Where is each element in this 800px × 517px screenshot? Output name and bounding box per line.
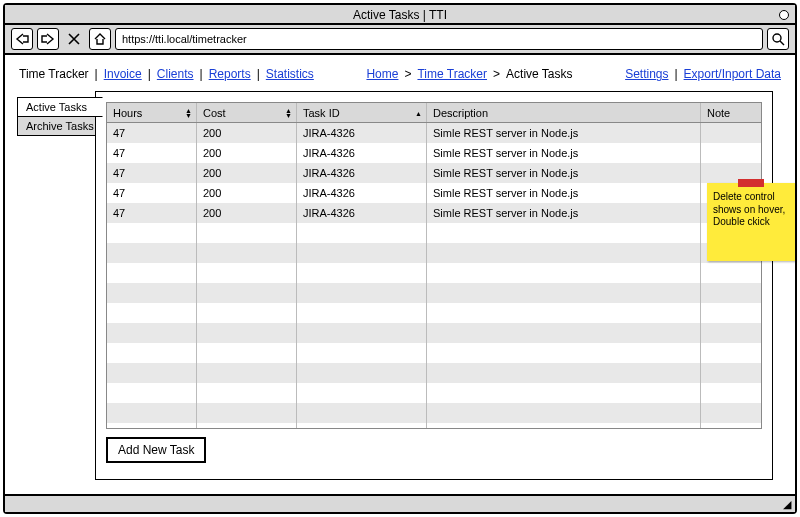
window-titlebar: Active Tasks | TTI — [5, 5, 795, 25]
table-row[interactable]: 47200JIRA-4326Simle REST server in Node.… — [107, 123, 761, 143]
nav-statistics[interactable]: Statistics — [266, 67, 314, 81]
add-new-task-button[interactable]: Add New Task — [106, 437, 206, 463]
cell-hours: 47 — [107, 163, 197, 183]
chevron-right-icon: > — [493, 67, 500, 81]
chevron-right-icon: > — [404, 67, 411, 81]
cell-cost: 200 — [197, 183, 297, 203]
table-body: 47200JIRA-4326Simle REST server in Node.… — [107, 123, 761, 429]
cell-task: JIRA-4326 — [297, 143, 427, 163]
cell-hours: 47 — [107, 183, 197, 203]
crumb-time-tracker[interactable]: Time Tracker — [417, 67, 487, 81]
home-button[interactable] — [89, 28, 111, 50]
table-row-empty — [107, 423, 761, 429]
cell-task: JIRA-4326 — [297, 203, 427, 223]
tasks-table: Hours ▲▼ Cost ▲▼ Task ID ▲ Description — [106, 102, 762, 429]
cell-hours: 47 — [107, 203, 197, 223]
forward-button[interactable] — [37, 28, 59, 50]
table-header: Hours ▲▼ Cost ▲▼ Task ID ▲ Description — [107, 103, 761, 123]
cell-task: JIRA-4326 — [297, 183, 427, 203]
cell-cost: 200 — [197, 143, 297, 163]
nav-time-tracker[interactable]: Time Tracker — [19, 67, 89, 81]
browser-window: Active Tasks | TTI https://tti.local/tim… — [3, 3, 797, 514]
svg-point-0 — [773, 34, 781, 42]
x-icon — [67, 32, 81, 46]
window-control-icon[interactable] — [779, 10, 789, 20]
cell-task: JIRA-4326 — [297, 163, 427, 183]
sticky-note-text: Delete control shows on hover, Double ck… — [713, 191, 785, 227]
stop-button[interactable] — [63, 28, 85, 50]
url-bar[interactable]: https://tti.local/timetracker — [115, 28, 763, 50]
table-row-empty — [107, 363, 761, 383]
crumb-home[interactable]: Home — [366, 67, 398, 81]
status-bar: ◢ — [5, 494, 795, 512]
search-button[interactable] — [767, 28, 789, 50]
cell-cost: 200 — [197, 123, 297, 143]
sticky-note: Delete control shows on hover, Double ck… — [707, 183, 795, 261]
cell-cost: 200 — [197, 163, 297, 183]
crumb-active-tasks: Active Tasks — [506, 67, 572, 81]
url-text: https://tti.local/timetracker — [122, 33, 247, 45]
col-task-id[interactable]: Task ID ▲ — [297, 103, 427, 122]
sort-icon[interactable]: ▲▼ — [285, 108, 292, 118]
sort-icon[interactable]: ▲▼ — [185, 108, 192, 118]
table-row-empty — [107, 303, 761, 323]
col-cost[interactable]: Cost ▲▼ — [197, 103, 297, 122]
cell-hours: 47 — [107, 123, 197, 143]
table-row-empty — [107, 243, 761, 263]
table-row[interactable]: 47200JIRA-4326Simle REST server in Node.… — [107, 163, 761, 183]
table-row-empty — [107, 323, 761, 343]
table-row-empty — [107, 383, 761, 403]
table-row[interactable]: 47200JIRA-4326Simle REST server in Node.… — [107, 203, 761, 223]
top-nav: Time Tracker | Invoice | Clients | Repor… — [9, 61, 791, 87]
nav-clients[interactable]: Clients — [157, 67, 194, 81]
breadcrumb: Home > Time Tracker > Active Tasks — [366, 67, 572, 81]
nav-reports[interactable]: Reports — [209, 67, 251, 81]
cell-desc: Simle REST server in Node.js — [427, 123, 701, 143]
cell-note — [701, 123, 761, 143]
tab-archive-tasks[interactable]: Archive Tasks — [17, 116, 103, 136]
cell-hours: 47 — [107, 143, 197, 163]
arrow-left-icon — [15, 33, 29, 45]
cell-note — [701, 143, 761, 163]
cell-desc: Simle REST server in Node.js — [427, 203, 701, 223]
table-row-empty — [107, 283, 761, 303]
table-row[interactable]: 47200JIRA-4326Simle REST server in Node.… — [107, 143, 761, 163]
sort-icon[interactable]: ▲ — [415, 110, 422, 115]
arrow-right-icon — [41, 33, 55, 45]
page-content: Time Tracker | Invoice | Clients | Repor… — [9, 61, 791, 490]
table-row-empty — [107, 263, 761, 283]
main-panel: Hours ▲▼ Cost ▲▼ Task ID ▲ Description — [95, 91, 773, 480]
cell-desc: Simle REST server in Node.js — [427, 183, 701, 203]
cell-task: JIRA-4326 — [297, 123, 427, 143]
window-title: Active Tasks | TTI — [353, 8, 447, 22]
nav-export-import[interactable]: Export/Inport Data — [684, 67, 781, 81]
cell-desc: Simle REST server in Node.js — [427, 143, 701, 163]
browser-toolbar: https://tti.local/timetracker — [5, 25, 795, 55]
nav-invoice[interactable]: Invoice — [104, 67, 142, 81]
cell-cost: 200 — [197, 203, 297, 223]
table-row-empty — [107, 403, 761, 423]
back-button[interactable] — [11, 28, 33, 50]
home-icon — [93, 32, 107, 46]
side-tabs: Active Tasks Archive Tasks — [17, 97, 103, 134]
col-hours[interactable]: Hours ▲▼ — [107, 103, 197, 122]
table-row-empty — [107, 223, 761, 243]
nav-settings[interactable]: Settings — [625, 67, 668, 81]
col-note[interactable]: Note — [701, 103, 761, 122]
tab-active-tasks[interactable]: Active Tasks — [17, 97, 103, 117]
cell-desc: Simle REST server in Node.js — [427, 163, 701, 183]
table-row[interactable]: 47200JIRA-4326Simle REST server in Node.… — [107, 183, 761, 203]
resize-grip-icon[interactable]: ◢ — [783, 499, 791, 510]
search-icon — [771, 32, 785, 46]
col-description[interactable]: Description — [427, 103, 701, 122]
table-row-empty — [107, 343, 761, 363]
